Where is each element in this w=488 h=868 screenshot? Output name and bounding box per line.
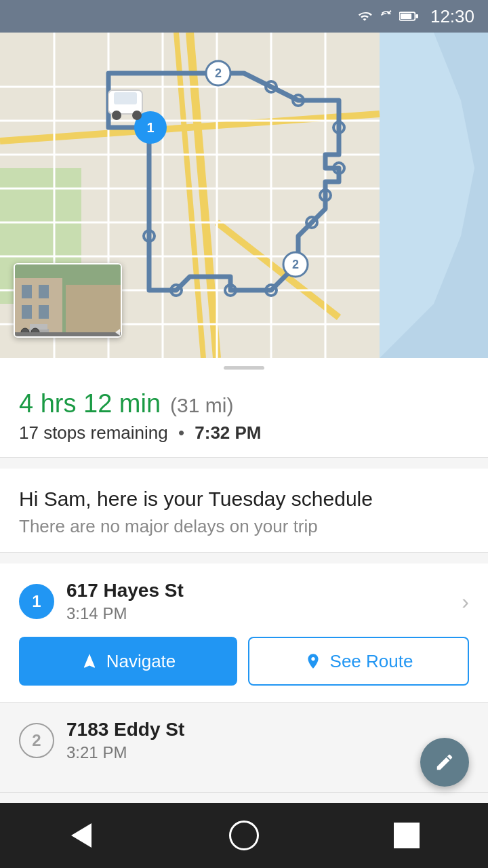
stop-2-left: 2 7183 Eddy St 3:21 PM bbox=[19, 719, 184, 762]
battery-icon bbox=[399, 11, 418, 22]
svg-text:2: 2 bbox=[215, 66, 222, 80]
navigate-button[interactable]: Navigate bbox=[19, 637, 237, 686]
drag-handle[interactable] bbox=[0, 358, 488, 377]
street-thumbnail[interactable] bbox=[14, 263, 122, 338]
svg-rect-51 bbox=[22, 305, 32, 319]
stop-item-1: 1 617 Hayes St 3:14 PM › Navigate See Ro… bbox=[0, 564, 488, 703]
svg-rect-1 bbox=[401, 14, 411, 19]
svg-rect-50 bbox=[39, 285, 49, 298]
stop-1-chevron[interactable]: › bbox=[462, 589, 469, 614]
stop-item-2: 2 7183 Eddy St 3:21 PM bbox=[0, 703, 488, 793]
navigate-icon bbox=[81, 652, 98, 670]
svg-rect-54 bbox=[30, 324, 47, 330]
stop-2-time: 3:21 PM bbox=[66, 743, 184, 762]
stops-dot: • bbox=[178, 422, 184, 443]
svg-rect-57 bbox=[15, 332, 122, 338]
route-icon bbox=[304, 652, 322, 670]
stop-1-left: 1 617 Hayes St 3:14 PM bbox=[19, 580, 184, 623]
map-container[interactable]: 2 2 1 bbox=[0, 33, 488, 358]
home-button[interactable] bbox=[224, 815, 264, 856]
stop-1-address: 617 Hayes St bbox=[66, 580, 184, 601]
stop-1-header: 1 617 Hayes St 3:14 PM › bbox=[19, 580, 469, 623]
stop-1-actions: Navigate See Route bbox=[19, 637, 469, 686]
svg-rect-48 bbox=[66, 285, 122, 338]
svg-rect-52 bbox=[39, 305, 49, 319]
stop-2-badge: 2 bbox=[19, 723, 54, 758]
stop-2-address: 7183 Eddy St bbox=[66, 719, 184, 741]
eta: 7:32 PM bbox=[195, 422, 261, 443]
svg-text:2: 2 bbox=[292, 258, 299, 271]
stop-2-info: 7183 Eddy St 3:21 PM bbox=[66, 719, 184, 762]
signal-icon bbox=[380, 9, 392, 23]
bottom-nav bbox=[0, 803, 488, 868]
status-time: 12:30 bbox=[430, 6, 474, 27]
edit-fab[interactable] bbox=[420, 738, 469, 787]
greeting-subtitle: There are no major delays on your trip bbox=[19, 516, 469, 537]
stop-1-info: 617 Hayes St 3:14 PM bbox=[66, 580, 184, 623]
svg-rect-43 bbox=[114, 92, 137, 104]
trip-duration: 4 hrs 12 min bbox=[19, 389, 161, 418]
svg-point-45 bbox=[132, 111, 142, 120]
svg-rect-2 bbox=[415, 14, 418, 18]
wifi-icon bbox=[356, 9, 373, 23]
edit-icon bbox=[434, 752, 455, 772]
stop-1-badge: 1 bbox=[19, 584, 54, 619]
home-icon bbox=[229, 821, 259, 850]
svg-point-44 bbox=[112, 111, 121, 120]
trip-distance: (31 mi) bbox=[170, 394, 233, 417]
back-icon bbox=[71, 823, 92, 848]
status-icons: 12:30 bbox=[356, 6, 474, 27]
greeting-section: Hi Sam, here is your Tuesday schedule Th… bbox=[0, 469, 488, 553]
see-route-button[interactable]: See Route bbox=[248, 637, 469, 686]
time-row: 4 hrs 12 min (31 mi) bbox=[19, 389, 469, 418]
status-bar: 12:30 bbox=[0, 0, 488, 33]
greeting-title: Hi Sam, here is your Tuesday schedule bbox=[19, 488, 469, 511]
svg-rect-49 bbox=[22, 285, 32, 298]
stop-icon bbox=[394, 823, 420, 848]
stop-button[interactable] bbox=[386, 815, 427, 856]
stops-row: 17 stops remaining • 7:32 PM bbox=[19, 422, 469, 443]
back-button[interactable] bbox=[61, 815, 102, 856]
stop-2-header: 2 7183 Eddy St 3:21 PM bbox=[19, 719, 469, 762]
stops-remaining: 17 stops remaining bbox=[19, 422, 168, 443]
drag-pill bbox=[224, 366, 264, 370]
stop-1-time: 3:14 PM bbox=[66, 604, 184, 623]
svg-text:1: 1 bbox=[146, 120, 154, 135]
trip-info-panel: 4 hrs 12 min (31 mi) 17 stops remaining … bbox=[0, 377, 488, 458]
